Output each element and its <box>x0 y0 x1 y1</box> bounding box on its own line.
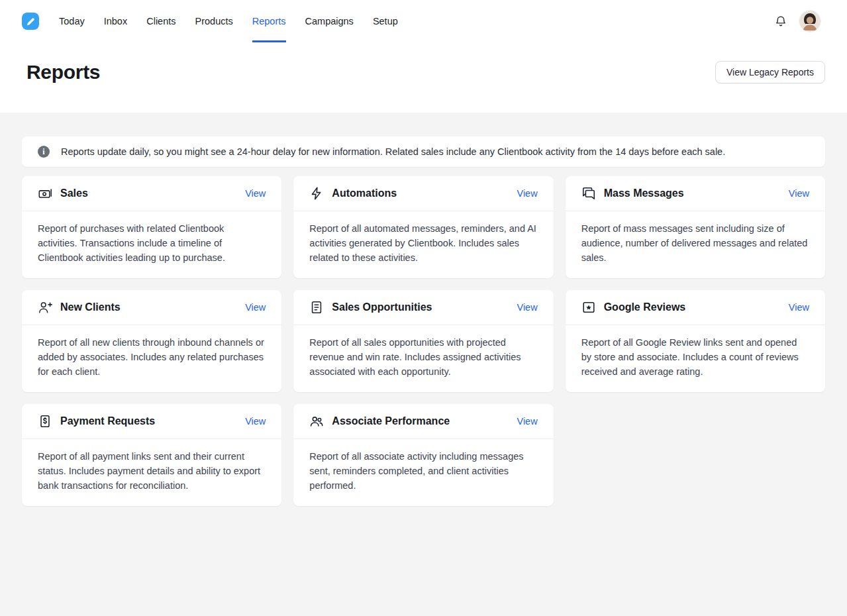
payment-requests-icon <box>38 414 52 429</box>
card-header: Sales View <box>22 176 281 211</box>
nav-item-today[interactable]: Today <box>59 0 85 42</box>
page-header: Reports View Legacy Reports <box>0 42 847 113</box>
card-header: Google Reviews View <box>566 290 825 325</box>
mass-messages-view-link[interactable]: View <box>789 188 809 199</box>
pencil-icon <box>26 17 36 26</box>
page-title: Reports <box>26 61 100 83</box>
report-card-mass-messages: Mass Messages View Report of mass messag… <box>566 176 825 278</box>
nav-item-clients[interactable]: Clients <box>146 0 175 42</box>
nav-item-reports[interactable]: Reports <box>252 0 286 42</box>
info-icon: i <box>38 146 50 158</box>
sales-view-link[interactable]: View <box>245 188 266 199</box>
report-cards-grid: Sales View Report of purchases with rela… <box>22 176 825 506</box>
google-reviews-view-link[interactable]: View <box>789 302 809 313</box>
card-description: Report of all new clients through inboun… <box>22 325 281 392</box>
card-header: New Clients View <box>22 290 281 325</box>
report-card-associate-performance: Associate Performance View Report of all… <box>293 404 553 506</box>
card-title: New Clients <box>60 301 121 313</box>
notifications-bell-icon[interactable] <box>774 15 787 28</box>
sales-opportunities-icon <box>309 300 324 315</box>
card-title: Mass Messages <box>604 187 684 199</box>
report-card-sales-opportunities: Sales Opportunities View Report of all s… <box>293 290 553 392</box>
card-title: Google Reviews <box>604 301 686 313</box>
card-title: Payment Requests <box>60 415 155 427</box>
nav-right <box>774 0 821 42</box>
automations-view-link[interactable]: View <box>517 188 537 199</box>
google-reviews-icon <box>581 300 596 315</box>
card-description: Report of all sales opportunities with p… <box>293 325 553 392</box>
info-banner: i Reports update daily, so you might see… <box>22 136 825 167</box>
card-description: Report of all payment links sent and the… <box>22 439 281 506</box>
card-description: Report of mass messages sent including s… <box>566 211 825 278</box>
card-header: Mass Messages View <box>566 176 825 211</box>
view-legacy-reports-button[interactable]: View Legacy Reports <box>715 61 825 83</box>
card-header: Payment Requests View <box>22 404 281 439</box>
report-card-sales: Sales View Report of purchases with rela… <box>22 176 281 278</box>
associate-performance-icon <box>309 414 324 429</box>
user-avatar[interactable] <box>799 11 821 32</box>
automations-icon <box>309 186 324 201</box>
card-title: Sales Opportunities <box>332 301 432 313</box>
nav-item-campaigns[interactable]: Campaigns <box>305 0 354 42</box>
new-clients-view-link[interactable]: View <box>245 302 266 313</box>
card-title: Associate Performance <box>332 415 450 427</box>
report-card-automations: Automations View Report of all automated… <box>293 176 553 278</box>
sales-opportunities-view-link[interactable]: View <box>517 302 537 313</box>
card-description: Report of all automated messages, remind… <box>293 211 553 278</box>
app-logo[interactable] <box>22 13 39 30</box>
card-description: Report of purchases with related Clientb… <box>22 211 281 278</box>
report-card-payment-requests: Payment Requests View Report of all paym… <box>22 404 281 506</box>
new-clients-icon <box>38 300 52 315</box>
card-header: Sales Opportunities View <box>293 290 553 325</box>
payment-requests-view-link[interactable]: View <box>245 416 266 427</box>
card-title: Sales <box>60 187 88 199</box>
card-description: Report of all Google Review links sent a… <box>566 325 825 392</box>
top-nav: Today Inbox Clients Products Reports Cam… <box>0 0 847 42</box>
sales-icon <box>38 186 52 201</box>
nav-items: Today Inbox Clients Products Reports Cam… <box>59 0 398 42</box>
report-card-new-clients: New Clients View Report of all new clien… <box>22 290 281 392</box>
card-description: Report of all associate activity includi… <box>293 439 553 506</box>
card-header: Automations View <box>293 176 553 211</box>
report-card-google-reviews: Google Reviews View Report of all Google… <box>566 290 825 392</box>
card-title: Automations <box>332 187 397 199</box>
info-banner-text: Reports update daily, so you might see a… <box>61 146 725 157</box>
nav-item-inbox[interactable]: Inbox <box>104 0 127 42</box>
mass-messages-icon <box>581 186 596 201</box>
associate-performance-view-link[interactable]: View <box>517 416 537 427</box>
card-header: Associate Performance View <box>293 404 553 439</box>
content: i Reports update daily, so you might see… <box>0 113 847 506</box>
nav-item-setup[interactable]: Setup <box>373 0 398 42</box>
nav-item-products[interactable]: Products <box>195 0 233 42</box>
